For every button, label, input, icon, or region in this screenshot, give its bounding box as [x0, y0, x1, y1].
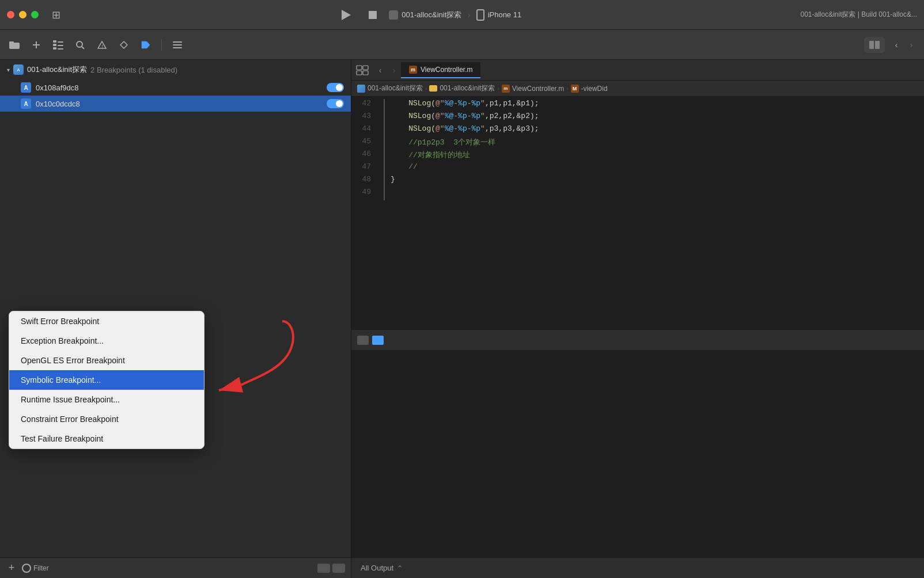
breakpoint-item-selected[interactable]: A 0x10c0dcdc8	[0, 96, 351, 112]
code-line-46: 46 //对象指针的地址	[351, 150, 924, 162]
code-line-47: 47 //	[351, 162, 924, 175]
breakpoints-header[interactable]: ▾ A 001-alloc&init探索 2 Breakpoints (1 di…	[0, 60, 351, 79]
x-icon	[32, 40, 41, 50]
menu-item-exception[interactable]: Exception Breakpoint...	[9, 331, 204, 351]
editor-nav-back[interactable]: ‹	[373, 63, 387, 77]
titlebar: ⊞ 001-alloc&init探索 › iPhone 11 001-alloc…	[0, 0, 924, 30]
svg-rect-22	[363, 66, 368, 70]
project-name: 001-alloc&init探索	[27, 64, 87, 75]
code-line-44: 44 NSLog(@"%@-%p-%p",p3,p3,&p3);	[351, 124, 924, 137]
svg-rect-9	[58, 48, 63, 50]
editor-bottom-bar	[351, 329, 924, 350]
line-content-42: NSLog(@"%@-%p-%p",p1,p1,&p1);	[391, 99, 539, 112]
add-breakpoint-button[interactable]: +	[6, 562, 17, 574]
line-gutter-43	[380, 112, 385, 124]
editor-view-toggle[interactable]	[864, 37, 885, 53]
bottom-icon-console[interactable]	[357, 336, 369, 345]
svg-rect-5	[53, 44, 56, 46]
tab-label: ViewController.m	[421, 66, 472, 74]
svg-rect-20	[875, 41, 880, 49]
line-content-43: NSLog(@"%@-%p-%p",p2,p2,&p2);	[391, 112, 539, 124]
breakpoint-item[interactable]: A 0x108af9dc8	[0, 79, 351, 96]
device-label: iPhone 11	[488, 10, 522, 19]
sidebar-toggle-button[interactable]: ⊞	[48, 9, 64, 21]
warning-icon: !	[97, 40, 107, 50]
svg-text:!: !	[102, 44, 103, 48]
line-number-46: 46	[351, 150, 380, 162]
code-editor: 42 NSLog(@"%@-%p-%p",p1,p1,&p1); 43 NSLo…	[351, 97, 924, 329]
line-gutter-42	[380, 99, 385, 112]
sidebar-toggle-icon: ⊞	[52, 9, 60, 21]
line-number-43: 43	[351, 112, 380, 124]
scheme-selector[interactable]: 001-alloc&init探索	[389, 10, 461, 20]
code-line-49: 49	[351, 188, 924, 200]
search-button[interactable]	[71, 36, 89, 54]
diamond-button[interactable]	[115, 36, 132, 54]
filter-toggle-icon-2[interactable]	[332, 564, 345, 573]
play-button[interactable]	[336, 7, 357, 23]
stop-icon	[369, 11, 377, 19]
breakpoint-toggle[interactable]	[327, 83, 344, 92]
stop-button[interactable]	[362, 7, 383, 23]
breadcrumb-method[interactable]: M -viewDid	[571, 85, 608, 93]
project-icon: A	[13, 64, 24, 75]
breadcrumb-sep-3: ›	[566, 85, 568, 92]
svg-rect-21	[357, 66, 362, 70]
grid-toggle[interactable]	[351, 65, 373, 75]
editor-nav-forward[interactable]: ›	[387, 63, 401, 77]
breadcrumb-file-label: ViewController.m	[512, 85, 564, 93]
bottom-icon-blue[interactable]	[372, 336, 384, 345]
folder-button[interactable]	[6, 36, 23, 54]
main-container: ▾ A 001-alloc&init探索 2 Breakpoints (1 di…	[0, 60, 924, 578]
expand-chevron-icon: ▾	[7, 67, 10, 73]
menu-item-symbolic[interactable]: Symbolic Breakpoint...	[9, 370, 204, 390]
hierarchy-icon	[53, 40, 63, 50]
editor-tab-viewcontroller[interactable]: m ViewController.m	[401, 62, 480, 78]
menu-item-test-failure[interactable]: Test Failure Breakpoint	[9, 429, 204, 448]
output-bar: All Output ⌃	[351, 557, 924, 578]
breadcrumb-m-icon: m	[502, 85, 510, 93]
svg-rect-18	[173, 47, 182, 48]
menu-item-constraint[interactable]: Constraint Error Breakpoint	[9, 409, 204, 429]
breakpoint-marker-icon-2: A	[21, 98, 31, 109]
breakpoint-marker-icon: A	[21, 82, 31, 93]
breadcrumb-bar: 001-alloc&init探索 › 001-alloc&init探索 › m …	[351, 81, 924, 97]
line-content-44: NSLog(@"%@-%p-%p",p3,p3,&p3);	[391, 124, 539, 137]
menu-item-opengl[interactable]: OpenGL ES Error Breakpoint	[9, 351, 204, 370]
device-selector[interactable]: iPhone 11	[476, 9, 522, 21]
filter-toggle-icon-1[interactable]	[317, 564, 330, 573]
warning-button[interactable]: !	[93, 36, 111, 54]
line-content-45: //p1p2p3 3个对象一样	[391, 137, 495, 150]
minimize-button[interactable]	[19, 11, 26, 18]
breadcrumb-file[interactable]: m ViewController.m	[502, 85, 564, 93]
breakpoint-toggle-2[interactable]	[327, 99, 344, 108]
breakpoint-address-2: 0x10c0dcdc8	[36, 100, 322, 108]
breadcrumb-project[interactable]: 001-alloc&init探索	[357, 83, 423, 93]
breakpoint-button[interactable]	[137, 36, 154, 54]
nav-back-button[interactable]: ‹	[889, 38, 903, 52]
fullscreen-button[interactable]	[31, 11, 39, 18]
toolbar-separator	[161, 39, 162, 51]
toolbar: ! ‹ ›	[0, 30, 924, 60]
close-button[interactable]	[7, 11, 14, 18]
scheme-label: 001-alloc&init探索	[402, 10, 461, 20]
code-line-43: 43 NSLog(@"%@-%p-%p",p2,p2,&p2);	[351, 112, 924, 124]
close-panel-button[interactable]	[28, 36, 45, 54]
inspector-button[interactable]	[169, 36, 186, 54]
menu-item-swift-error[interactable]: Swift Error Breakpoint	[9, 311, 204, 331]
menu-item-runtime[interactable]: Runtime Issue Breakpoint...	[9, 390, 204, 409]
svg-rect-4	[53, 40, 56, 43]
svg-rect-6	[53, 47, 56, 50]
breadcrumb-folder[interactable]: 001-alloc&init探索	[429, 83, 495, 93]
left-bottom-bar: + Filter	[0, 557, 351, 578]
breadcrumb-folder-label: 001-alloc&init探索	[440, 83, 495, 93]
line-gutter-49	[380, 188, 385, 200]
editor-tab-bar: ‹ › m ViewController.m	[351, 60, 924, 81]
nav-forward-button[interactable]: ›	[904, 38, 918, 52]
breadcrumb-sep-2: ›	[497, 85, 499, 92]
filter-button[interactable]: Filter	[22, 564, 49, 573]
breakpoints-count: 2 Breakpoints (1 disabled)	[90, 66, 177, 74]
breadcrumb-folder-icon	[429, 85, 437, 92]
line-gutter-45	[380, 137, 385, 150]
hierarchy-button[interactable]	[50, 36, 67, 54]
